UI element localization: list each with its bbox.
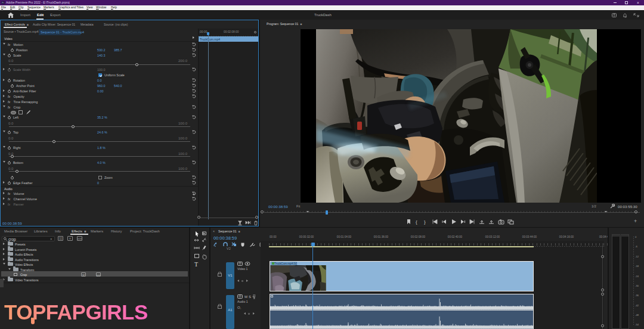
- svg-text:S: S: [249, 295, 251, 299]
- svg-text:}: }: [424, 219, 426, 225]
- svg-text:M: M: [244, 295, 247, 299]
- svg-text:T: T: [194, 261, 198, 268]
- svg-text:{: {: [416, 219, 417, 225]
